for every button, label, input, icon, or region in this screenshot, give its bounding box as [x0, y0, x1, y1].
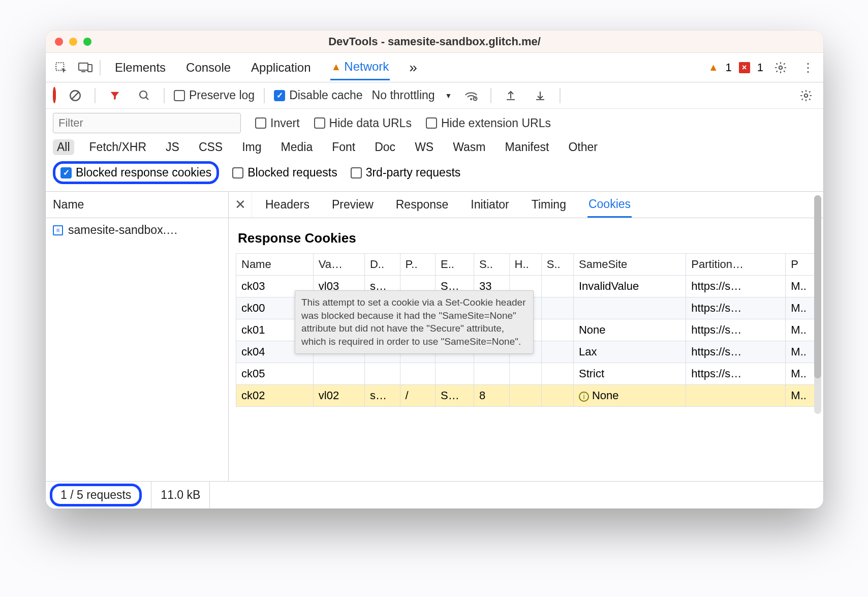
preserve-log-checkbox[interactable]: Preserve log	[174, 88, 255, 102]
checkbox-box	[351, 167, 362, 178]
table-cell	[313, 363, 364, 385]
type-other[interactable]: Other	[564, 139, 602, 155]
settings-gear-icon[interactable]	[770, 57, 791, 78]
window-minimize-button[interactable]	[69, 38, 77, 46]
col-expires[interactable]: E..	[436, 254, 474, 276]
main-tabs-row: Elements Console Application ▲ Network »…	[46, 53, 823, 82]
blocked-requests-checkbox[interactable]: Blocked requests	[232, 166, 337, 180]
col-secure[interactable]: S..	[541, 254, 573, 276]
type-wasm[interactable]: Wasm	[449, 139, 489, 155]
table-cell: InvalidValue	[573, 276, 686, 297]
table-cell: https://s…	[686, 297, 786, 319]
blocked-filters-row: Blocked response cookies Blocked request…	[46, 159, 823, 192]
tab-network[interactable]: ▲ Network	[330, 54, 390, 80]
hide-data-urls-checkbox[interactable]: Hide data URLs	[314, 116, 412, 130]
col-name[interactable]: Name	[236, 254, 314, 276]
request-row[interactable]: ≡ samesite-sandbox.…	[46, 218, 228, 242]
close-details-button[interactable]: ✕	[229, 192, 252, 218]
panel-body: ≡ samesite-sandbox.… Response Cookies Na…	[46, 218, 823, 481]
subtab-headers[interactable]: Headers	[264, 193, 311, 217]
window-close-button[interactable]	[55, 38, 63, 46]
blocked-cookies-label: Blocked response cookies	[76, 166, 211, 180]
inspect-element-icon[interactable]	[51, 57, 71, 78]
invert-label: Invert	[270, 116, 300, 130]
search-icon[interactable]	[134, 85, 154, 106]
type-fetch-xhr[interactable]: Fetch/XHR	[85, 139, 150, 155]
col-partition[interactable]: Partition…	[686, 254, 786, 276]
table-cell: ck05	[236, 363, 314, 385]
window-zoom-button[interactable]	[83, 38, 91, 46]
export-har-icon[interactable]	[501, 85, 521, 106]
type-css[interactable]: CSS	[195, 139, 227, 155]
blocked-response-cookies-highlight: Blocked response cookies	[53, 161, 219, 184]
network-conditions-icon[interactable]	[461, 85, 481, 106]
window-title: DevTools - samesite-sandbox.glitch.me/	[328, 35, 541, 48]
subtab-cookies[interactable]: Cookies	[587, 192, 632, 218]
subtab-response[interactable]: Response	[395, 193, 450, 217]
table-cell	[541, 319, 573, 341]
requests-name-header[interactable]: Name	[46, 192, 229, 218]
svg-line-7	[146, 97, 148, 100]
table-cell	[541, 297, 573, 319]
type-media[interactable]: Media	[277, 139, 317, 155]
hide-ext-label: Hide extension URLs	[441, 116, 551, 130]
third-party-requests-checkbox[interactable]: 3rd-party requests	[351, 166, 461, 180]
info-icon: i	[579, 392, 589, 402]
type-font[interactable]: Font	[328, 139, 359, 155]
col-value[interactable]: Va…	[313, 254, 364, 276]
warning-triangle-icon[interactable]: ▲	[708, 62, 719, 73]
col-httponly[interactable]: H..	[509, 254, 541, 276]
col-samesite[interactable]: SameSite	[573, 254, 686, 276]
tabs-overflow-button[interactable]: »	[408, 54, 418, 81]
divider	[264, 88, 265, 103]
col-domain[interactable]: D..	[364, 254, 400, 276]
table-cell: https://s…	[686, 276, 786, 297]
throttling-value: No throttling	[372, 88, 435, 102]
table-cell: 8	[474, 385, 509, 407]
network-settings-gear-icon[interactable]	[796, 85, 816, 106]
throttling-select[interactable]: No throttling ▼	[372, 88, 452, 102]
request-name: samesite-sandbox.…	[68, 223, 178, 237]
detail-subtabs: Headers Preview Response Initiator Timin…	[252, 192, 644, 218]
record-button[interactable]	[53, 88, 56, 102]
svg-point-3	[779, 66, 783, 69]
table-row[interactable]: ck05Stricthttps://s…M..	[236, 363, 821, 385]
type-all[interactable]: All	[53, 139, 74, 155]
table-cell: /	[400, 385, 436, 407]
tab-network-label: Network	[344, 59, 389, 74]
tab-application[interactable]: Application	[250, 55, 312, 80]
table-cell: ck02	[236, 385, 314, 407]
type-img[interactable]: Img	[238, 139, 265, 155]
disable-cache-checkbox[interactable]: Disable cache	[274, 88, 362, 102]
type-ws[interactable]: WS	[411, 139, 438, 155]
col-path[interactable]: P..	[400, 254, 436, 276]
device-toolbar-icon[interactable]	[75, 57, 96, 78]
type-js[interactable]: JS	[162, 139, 183, 155]
error-badge-icon[interactable]: ×	[739, 62, 750, 73]
col-size[interactable]: S..	[474, 254, 509, 276]
type-doc[interactable]: Doc	[370, 139, 399, 155]
table-cell	[474, 363, 509, 385]
main-tabs: Elements Console Application ▲ Network »	[114, 54, 418, 81]
subtab-initiator[interactable]: Initiator	[470, 193, 510, 217]
table-cell	[364, 363, 400, 385]
invert-checkbox[interactable]: Invert	[255, 116, 300, 130]
filter-input[interactable]	[53, 113, 241, 133]
hide-extension-urls-checkbox[interactable]: Hide extension URLs	[426, 116, 551, 130]
more-menu-icon[interactable]: ⋮	[798, 57, 818, 78]
import-har-icon[interactable]	[530, 85, 550, 106]
tab-console[interactable]: Console	[185, 55, 232, 80]
third-party-label: 3rd-party requests	[366, 166, 461, 180]
table-header-row[interactable]: Name Va… D.. P.. E.. S.. H.. S.. SameSit…	[236, 254, 821, 276]
vertical-scrollbar[interactable]	[814, 195, 821, 414]
clear-button[interactable]	[65, 85, 85, 106]
filter-funnel-icon[interactable]	[105, 85, 125, 106]
type-manifest[interactable]: Manifest	[501, 139, 553, 155]
table-row[interactable]: ck02vl02s…/S…8iNoneM..	[236, 385, 821, 407]
blocked-response-cookies-checkbox[interactable]: Blocked response cookies	[60, 166, 211, 180]
subtab-preview[interactable]: Preview	[331, 193, 375, 217]
tab-elements[interactable]: Elements	[114, 55, 167, 80]
cookies-pane: Response Cookies Name Va… D.. P.. E.. S.…	[229, 218, 823, 481]
subtab-timing[interactable]: Timing	[531, 193, 567, 217]
warning-count: 1	[726, 61, 732, 74]
